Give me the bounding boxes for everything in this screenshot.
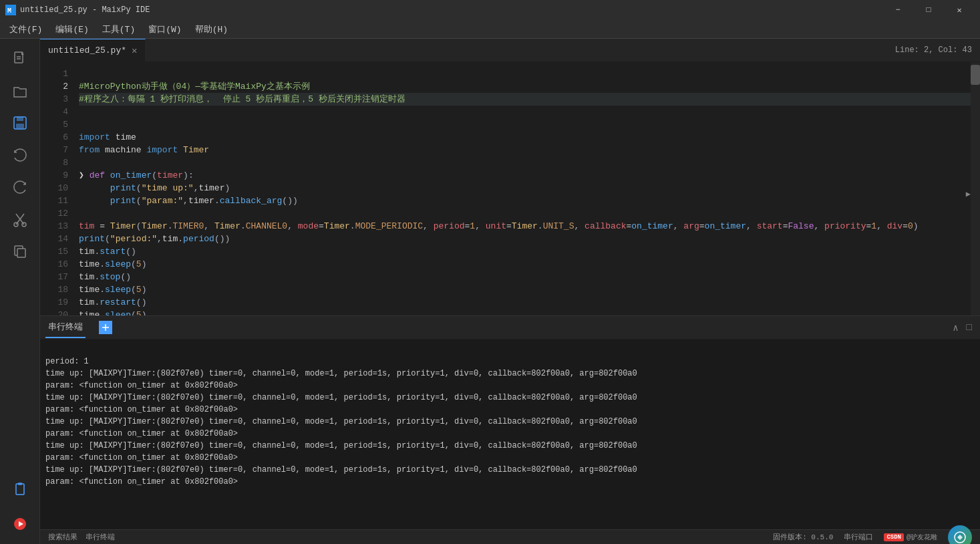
line-num-9: 9 bbox=[40, 169, 68, 182]
serial-port: 串行端口 bbox=[844, 532, 873, 542]
sidebar-new-file[interactable] bbox=[5, 44, 35, 74]
window-controls[interactable]: − □ ✕ bbox=[882, 0, 975, 20]
tabbar: untitled_25.py* ✕ Line: 2, Col: 43 bbox=[40, 39, 980, 62]
csdn-logo: CSDN @驴友花雕 bbox=[884, 533, 937, 542]
code-editor[interactable]: #MicroPython动手做（04）—零基础学MaixPy之基本示例 #程序之… bbox=[73, 62, 971, 315]
firmware-version: 固件版本: 0.5.0 bbox=[773, 532, 833, 542]
serial-terminal-icon[interactable] bbox=[99, 321, 112, 334]
tab-untitled25[interactable]: untitled_25.py* ✕ bbox=[40, 39, 146, 61]
serial-terminal-tab[interactable]: 串行终端 bbox=[86, 532, 115, 542]
sidebar-run[interactable] bbox=[5, 509, 35, 539]
sidebar-copy[interactable] bbox=[5, 237, 35, 266]
maximize-button[interactable]: □ bbox=[913, 0, 944, 20]
svg-rect-13 bbox=[16, 484, 24, 495]
line-num-1: 1 bbox=[40, 67, 68, 80]
menu-help[interactable]: 帮助(H) bbox=[188, 21, 234, 38]
menu-edit[interactable]: 编辑(E) bbox=[49, 21, 95, 38]
line-num-14: 14 bbox=[40, 233, 68, 245]
bottom-tabbar-right: ∧ □ bbox=[950, 321, 975, 335]
svg-text:M: M bbox=[7, 7, 11, 15]
editor-scrollbar[interactable] bbox=[971, 62, 980, 315]
tab-label: untitled_25.py* bbox=[48, 45, 126, 55]
menu-tools[interactable]: 工具(T) bbox=[96, 21, 142, 38]
titlebar: M untitled_25.py - MaixPy IDE − □ ✕ bbox=[0, 0, 980, 20]
line-num-19: 19 bbox=[40, 296, 68, 309]
line-num-13: 13 bbox=[40, 220, 68, 233]
window-title: untitled_25.py - MaixPy IDE bbox=[20, 5, 882, 15]
close-button[interactable]: ✕ bbox=[944, 0, 975, 20]
app-icon: M bbox=[5, 5, 16, 15]
svg-rect-12 bbox=[17, 249, 25, 257]
sidebar bbox=[0, 39, 40, 544]
line-num-16: 16 bbox=[40, 258, 68, 271]
brand-logo bbox=[948, 525, 972, 545]
line-num-15: 15 bbox=[40, 245, 68, 258]
menu-file[interactable]: 文件(F) bbox=[3, 21, 49, 38]
line-num-8: 8 bbox=[40, 156, 68, 169]
line-num-12: 12 bbox=[40, 207, 68, 220]
panel-maximize[interactable]: □ bbox=[964, 321, 975, 334]
line-num-17: 17 bbox=[40, 271, 68, 283]
svg-rect-7 bbox=[16, 124, 24, 128]
line-num-3: 3 bbox=[40, 93, 68, 106]
statusbar: 搜索结果 串行终端 固件版本: 0.5.0 串行端口 CSDN @驴友花雕 bbox=[40, 529, 980, 544]
line-numbers: 1 2 3 4 5 6 7 8 9 10 11 12 13 14 15 16 1… bbox=[40, 62, 73, 315]
menu-window[interactable]: 窗口(W) bbox=[142, 21, 188, 38]
content-area: untitled_25.py* ✕ Line: 2, Col: 43 1 2 3… bbox=[40, 39, 980, 544]
svg-rect-6 bbox=[17, 117, 23, 121]
tab-close-button[interactable]: ✕ bbox=[132, 45, 137, 56]
sidebar-undo[interactable] bbox=[5, 140, 35, 170]
line-num-11: 11 bbox=[40, 194, 68, 207]
panel-collapse-arrow[interactable]: ▶ bbox=[966, 189, 971, 199]
menubar: 文件(F) 编辑(E) 工具(T) 窗口(W) 帮助(H) bbox=[0, 20, 980, 39]
bottom-panel: 串行终端 ∧ □ period: 1 time up: [MAIXPY]Time… bbox=[40, 315, 980, 529]
statusbar-right: 固件版本: 0.5.0 串行端口 CSDN @驴友花雕 bbox=[773, 525, 972, 545]
sidebar-redo[interactable] bbox=[5, 172, 35, 202]
sidebar-open[interactable] bbox=[5, 76, 35, 106]
line-num-20: 20 bbox=[40, 309, 68, 315]
sidebar-save[interactable] bbox=[5, 108, 35, 138]
panel-scroll-up[interactable]: ∧ bbox=[950, 321, 961, 335]
line-num-18: 18 bbox=[40, 283, 68, 296]
editor-area[interactable]: 1 2 3 4 5 6 7 8 9 10 11 12 13 14 15 16 1… bbox=[40, 62, 980, 315]
minimize-button[interactable]: − bbox=[882, 0, 913, 20]
line-num-6: 6 bbox=[40, 131, 68, 144]
terminal-output: period: 1 time up: [MAIXPY]Timer:(802f07… bbox=[40, 339, 980, 529]
main-layout: untitled_25.py* ✕ Line: 2, Col: 43 1 2 3… bbox=[0, 39, 980, 544]
sidebar-cut[interactable] bbox=[5, 205, 35, 234]
line-num-10: 10 bbox=[40, 182, 68, 194]
svg-rect-14 bbox=[18, 483, 22, 485]
line-num-7: 7 bbox=[40, 144, 68, 156]
tab-serial-terminal[interactable]: 串行终端 bbox=[45, 317, 86, 338]
sidebar-paste[interactable] bbox=[5, 474, 35, 504]
line-num-2: 2 bbox=[40, 80, 68, 93]
bottom-tabbar: 串行终端 ∧ □ bbox=[40, 316, 980, 339]
line-num-4: 4 bbox=[40, 106, 68, 118]
line-num-5: 5 bbox=[40, 118, 68, 131]
cursor-position: Line: 2, Col: 43 bbox=[895, 39, 980, 61]
search-results-tab[interactable]: 搜索结果 bbox=[48, 532, 77, 542]
